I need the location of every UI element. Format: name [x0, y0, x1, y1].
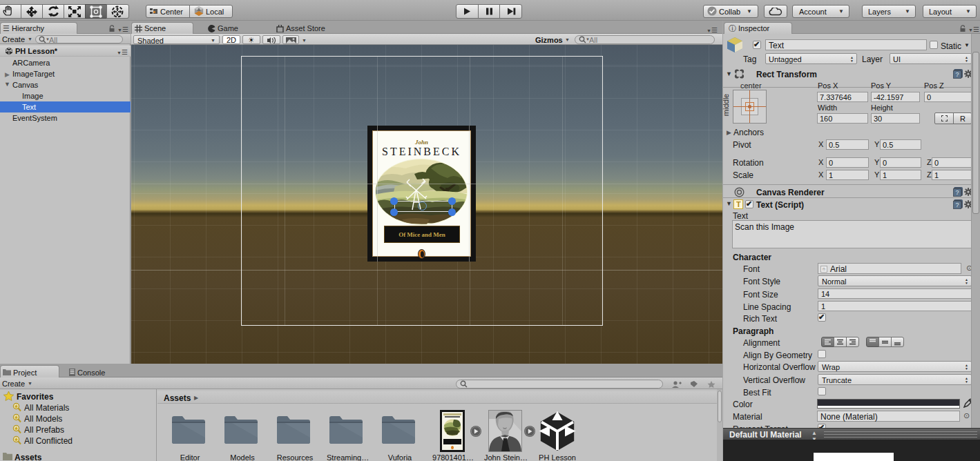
svg-text:?: ?: [955, 202, 959, 208]
svg-text:?: ?: [955, 71, 959, 78]
svg-text:?: ?: [955, 189, 959, 196]
